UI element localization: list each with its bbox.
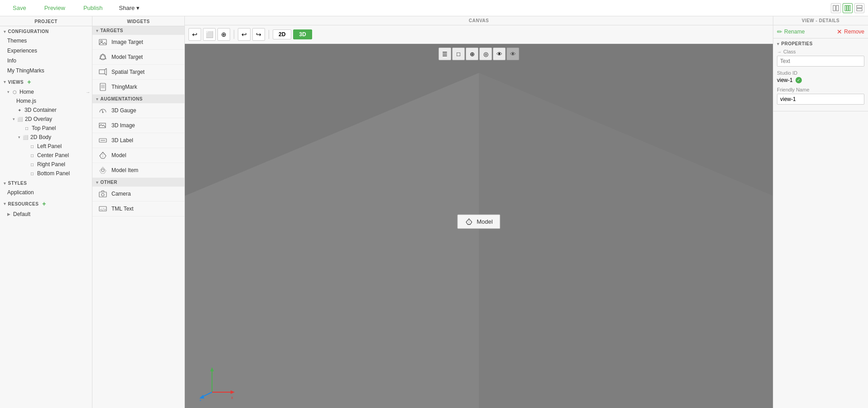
widget-3d-image[interactable]: 3D Image	[92, 118, 184, 133]
tree-homejs[interactable]: Home.js	[0, 96, 92, 106]
view-2d-button[interactable]: 2D	[273, 29, 291, 39]
tree-2dbody[interactable]: ▾ ⬜ 2D Body	[0, 133, 92, 142]
right-panel-icon: □	[29, 161, 35, 168]
home-nav-arrow: →	[86, 90, 90, 95]
preview-button[interactable]: Preview	[35, 0, 74, 16]
share-button[interactable]: Share ▾	[112, 0, 147, 16]
canvas-header: CANVAS	[185, 16, 773, 25]
tree-bottompanel[interactable]: □ Bottom Panel	[0, 169, 92, 178]
3d-gauge-icon	[98, 106, 108, 115]
layout-icon-2[interactable]	[843, 3, 853, 13]
svg-rect-3	[847, 5, 849, 11]
tree-rightpanel[interactable]: □ Right Panel	[0, 160, 92, 169]
tree-centerpanel[interactable]: □ Center Panel	[0, 151, 92, 160]
widget-tml-text[interactable]: </> TML Text	[92, 202, 184, 216]
tree-toppanel[interactable]: □ Top Panel	[0, 124, 92, 133]
svg-marker-37	[210, 367, 214, 371]
3d-label-icon	[98, 135, 108, 145]
tml-text-icon: </>	[98, 204, 108, 214]
svg-marker-24	[100, 167, 106, 173]
svg-rect-5	[857, 5, 862, 8]
tree-leftpanel[interactable]: □ Left Panel	[0, 142, 92, 151]
canvas-icon-zoom-select[interactable]: ◎	[479, 48, 492, 60]
tree-2doverlay[interactable]: ▾ ⬜ 2D Overlay	[0, 115, 92, 124]
3d-container-icon: ✦	[16, 107, 23, 113]
model-item-icon	[98, 165, 108, 175]
center-panel-icon: □	[29, 152, 35, 158]
toolbar-separator	[234, 30, 234, 39]
widget-model-item[interactable]: Model Item	[92, 163, 184, 178]
bottom-panel-icon: □	[29, 170, 35, 177]
svg-point-25	[101, 169, 104, 172]
canvas-icon-zoom-fit[interactable]: ⊕	[466, 48, 478, 60]
canvas-viewport[interactable]: ☰ □ ⊕ ◎ 👁 👁 Model	[185, 44, 773, 408]
properties-section: ▾ PROPERTIES → Class Studio ID view-1	[773, 38, 868, 111]
sidebar-item-default[interactable]: ▶ Default	[0, 209, 92, 219]
move-tool-button[interactable]: ↩	[188, 28, 201, 41]
right-panel-header: VIEW - DETAILS	[773, 16, 868, 25]
sidebar-item-mythingmarks[interactable]: My ThingMarks	[0, 66, 92, 76]
home-chevron: ▾	[7, 90, 10, 94]
toolbar-separator-2	[269, 30, 269, 39]
rename-icon: ✏	[777, 28, 782, 35]
2dbody-chevron: ▾	[18, 135, 20, 139]
image-target-icon	[98, 37, 108, 47]
rename-button[interactable]: ✏ Rename	[777, 28, 805, 35]
tree-3dcontainer[interactable]: ✦ 3D Container	[0, 106, 92, 115]
right-actions: ✏ Rename ✕ Remove	[773, 25, 868, 38]
widget-3d-gauge[interactable]: 3D Gauge	[92, 103, 184, 118]
widget-model-target[interactable]: Model Target	[92, 50, 184, 65]
layout-icon-3[interactable]	[854, 3, 864, 13]
views-add-button[interactable]: +	[27, 78, 31, 86]
widget-spatial-target[interactable]: Spatial Target	[92, 65, 184, 80]
widget-thingmark[interactable]: ThingMark	[92, 80, 184, 95]
home-view-icon: ⬡	[11, 89, 18, 95]
remove-button[interactable]: ✕ Remove	[837, 28, 864, 35]
sidebar-item-themes[interactable]: Themes	[0, 36, 92, 46]
friendly-name-input[interactable]	[777, 94, 864, 105]
select-tool-button[interactable]: ⊕	[217, 28, 230, 41]
undo-button[interactable]: ↩	[238, 28, 251, 41]
svg-rect-11	[99, 70, 105, 74]
class-input[interactable]	[777, 56, 864, 67]
redo-button[interactable]: ↪	[252, 28, 265, 41]
view-3d-button[interactable]: 3D	[293, 29, 312, 39]
svg-rect-0	[833, 5, 835, 11]
canvas-area: CANVAS ↩ ⬜ ⊕ ↩ ↪ 2D 3D ☰	[185, 16, 773, 408]
views-section: ▾ VIEWS +	[0, 76, 92, 87]
camera-icon	[98, 189, 108, 199]
widget-image-target[interactable]: Image Target	[92, 35, 184, 50]
canvas-icon-eye-off[interactable]: 👁	[506, 48, 519, 60]
svg-rect-16	[101, 85, 105, 88]
svg-text:x: x	[231, 395, 233, 400]
class-row: → Class	[777, 49, 864, 67]
model-widget-inner-icon	[465, 217, 473, 226]
studio-id-value-row: view-1	[777, 77, 864, 83]
sidebar-item-experiences[interactable]: Experiences	[0, 46, 92, 56]
widget-3d-label[interactable]: 3D Label	[92, 133, 184, 148]
canvas-model-widget[interactable]: Model	[457, 214, 500, 229]
fit-tool-button[interactable]: ⬜	[203, 28, 216, 41]
sidebar-item-application[interactable]: Application	[0, 187, 92, 197]
svg-line-13	[105, 74, 106, 75]
main-layout: PROJECT ▾ CONFIGURATION Themes Experienc…	[0, 16, 868, 408]
widget-model[interactable]: Model	[92, 148, 184, 163]
resources-add-button[interactable]: +	[42, 200, 46, 207]
widget-camera[interactable]: Camera	[92, 187, 184, 202]
save-button[interactable]: Save	[4, 0, 35, 16]
canvas-icon-2[interactable]: □	[452, 48, 465, 60]
publish-button[interactable]: Publish	[74, 0, 112, 16]
sidebar-item-info[interactable]: Info	[0, 56, 92, 66]
canvas-icon-eye-open[interactable]: 👁	[493, 48, 506, 60]
2d-overlay-icon: ⬜	[17, 116, 23, 122]
svg-line-12	[105, 68, 106, 70]
tree-home[interactable]: ▾ ⬡ Home →	[0, 87, 92, 96]
class-arrow: →	[777, 49, 781, 54]
left-panel-icon: □	[29, 143, 35, 149]
canvas-icon-1[interactable]: ☰	[439, 48, 451, 60]
other-chevron: ▾	[96, 180, 99, 185]
thingmark-icon	[98, 82, 108, 92]
configuration-label: CONFIGURATION	[8, 29, 49, 34]
layout-icon-1[interactable]	[831, 3, 841, 13]
svg-point-27	[101, 193, 104, 196]
